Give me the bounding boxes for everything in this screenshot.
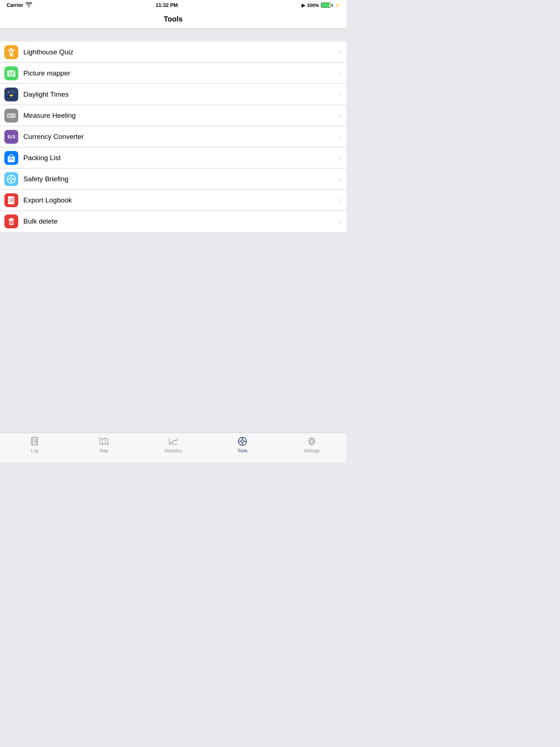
tab-item-map[interactable]: Map [69,436,139,453]
status-time: 11:32 PM [156,2,178,8]
list-item-currency-converter[interactable]: € £ $ Currency Converter › [0,126,346,147]
chevron-icon: › [338,69,341,77]
battery-indicator [321,3,333,8]
chevron-icon: › [338,196,341,204]
log-tab-icon [29,436,40,447]
svg-line-5 [13,49,15,50]
export-logbook-icon [4,193,18,207]
navigation-bar: Tools [0,10,346,28]
svg-point-15 [10,94,12,97]
svg-point-16 [8,91,9,92]
bulk-delete-icon [4,214,18,228]
packing-list-icon [4,151,18,165]
svg-line-4 [8,49,9,50]
status-bar: Carrier 11:32 PM ▶ 100% ⚡ [0,0,346,10]
chevron-icon: › [338,175,341,183]
chevron-icon: › [338,133,341,140]
picture-mapper-icon [4,66,18,80]
svg-rect-11 [10,70,13,71]
status-right: ▶ 100% ⚡ [302,3,340,8]
picture-mapper-label: Picture mapper [23,69,338,77]
tools-tab-label: Tools [237,448,248,453]
daylight-times-icon [4,88,18,101]
list-item-daylight-times[interactable]: Daylight Times › [0,84,346,105]
page-title: Tools [164,15,183,23]
svg-point-19 [10,92,11,92]
chevron-icon: › [338,154,341,162]
safety-briefing-label: Safety Briefing [23,175,338,183]
list-item-lighthouse-quiz[interactable]: Lighthouse Quiz › [0,42,346,63]
svg-point-12 [14,71,15,72]
chevron-icon: › [338,48,341,56]
list-item-measure-heeling[interactable]: Measure Heeling › [0,105,346,126]
daylight-times-label: Daylight Times [23,90,338,98]
charging-icon: ⚡ [335,3,340,8]
currency-converter-label: Currency Converter [23,133,338,141]
svg-marker-56 [100,438,108,445]
list-item-safety-briefing[interactable]: Safety Briefing › [0,169,346,190]
chevron-icon: › [338,112,341,119]
svg-rect-33 [9,158,13,160]
tab-bar: Log Map Statistics [0,433,346,462]
tab-item-settings[interactable]: Settings [277,436,346,453]
statistics-tab-label: Statistics [164,448,182,453]
map-tab-icon [98,436,109,447]
svg-point-67 [310,440,313,443]
list-item-picture-mapper[interactable]: Picture mapper › [0,63,346,84]
svg-rect-3 [11,51,12,53]
list-item-packing-list[interactable]: Packing List › [0,147,346,169]
list-item-export-logbook[interactable]: Export Logbook › [0,190,346,211]
status-carrier: Carrier [7,2,32,8]
svg-point-18 [14,92,15,93]
svg-text:$: $ [13,134,15,139]
settings-tab-icon [306,436,317,447]
section-header [0,28,346,42]
svg-rect-0 [10,48,12,50]
main-content: Lighthouse Quiz › Picture mapper › [0,28,346,433]
log-tab-label: Log [31,448,38,453]
svg-point-35 [10,178,13,181]
svg-rect-2 [9,55,13,57]
measure-heeling-icon [4,109,18,123]
statistics-tab-icon [168,436,179,447]
lighthouse-quiz-label: Lighthouse Quiz [23,48,338,56]
tab-item-log[interactable]: Log [0,436,69,453]
svg-point-10 [11,73,12,74]
list-item-bulk-delete[interactable]: Bulk delete › [0,211,346,232]
svg-rect-46 [8,219,14,220]
tab-item-statistics[interactable]: Statistics [139,436,208,453]
export-logbook-label: Export Logbook [23,196,338,204]
svg-point-26 [12,115,13,116]
measure-heeling-label: Measure Heeling [23,112,338,120]
location-icon: ▶ [302,3,305,8]
chevron-icon: › [338,90,341,98]
svg-rect-47 [10,218,12,219]
currency-converter-icon: € £ $ [4,130,18,144]
svg-point-62 [241,440,244,443]
map-tab-label: Map [100,448,108,453]
svg-point-17 [12,91,12,92]
chevron-icon: › [338,218,341,225]
tab-item-tools[interactable]: Tools [208,436,277,453]
safety-briefing-icon [4,172,18,186]
wifi-icon [26,2,32,8]
tools-tab-icon [237,436,248,447]
settings-tab-label: Settings [304,448,319,453]
tools-list: Lighthouse Quiz › Picture mapper › [0,42,346,232]
bulk-delete-label: Bulk delete [23,217,338,225]
empty-area [0,232,346,433]
svg-text:£: £ [10,135,12,139]
lighthouse-quiz-icon [4,45,18,59]
packing-list-label: Packing List [23,154,338,162]
